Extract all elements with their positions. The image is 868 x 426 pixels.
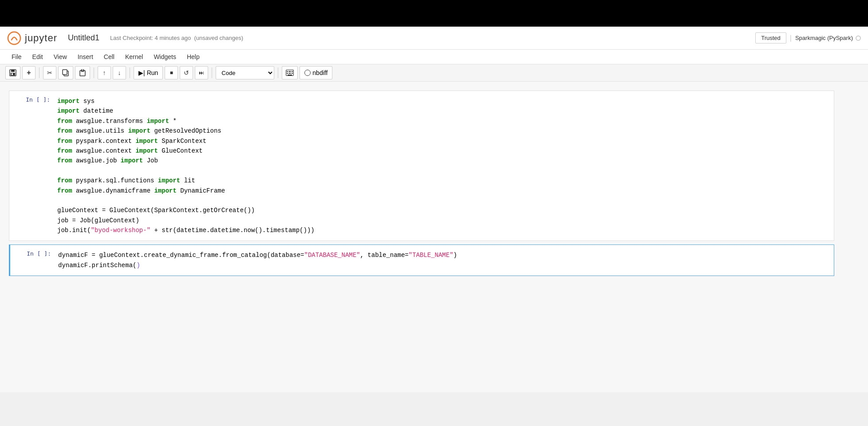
- nbdiff-button[interactable]: nbdiff: [300, 66, 332, 79]
- svg-rect-13: [292, 71, 293, 72]
- copy-icon: [62, 69, 69, 76]
- separator-2: [94, 67, 94, 78]
- menu-help[interactable]: Help: [182, 51, 204, 62]
- move-down-button[interactable]: ↓: [113, 66, 126, 79]
- menu-edit[interactable]: Edit: [28, 51, 47, 62]
- menu-widgets[interactable]: Widgets: [149, 51, 181, 62]
- checkpoint-info: Last Checkpoint: 4 minutes ago (unsaved …: [110, 35, 243, 41]
- nbdiff-label: nbdiff: [312, 69, 327, 76]
- cell-2-content[interactable]: dynamicF = glueContext.create_dynamic_fr…: [55, 245, 834, 276]
- paste-icon: [79, 69, 86, 76]
- notebook-title[interactable]: Untitled1: [68, 33, 99, 43]
- keyboard-icon: [286, 70, 294, 76]
- cell-2-line-1: dynamicF = glueContext.create_dynamic_fr…: [58, 250, 830, 260]
- menu-cell[interactable]: Cell: [99, 51, 119, 62]
- cell-1-content[interactable]: import sys import datetime from awsglue.…: [54, 91, 834, 241]
- nbdiff-circle-icon: [304, 70, 311, 76]
- separator-1: [39, 67, 39, 78]
- cell-type-selector[interactable]: Code Markdown Raw NBConvert Heading: [216, 66, 274, 79]
- svg-rect-14: [287, 73, 288, 74]
- kernel-status-indicator: [856, 36, 861, 41]
- separator-4: [212, 67, 212, 78]
- cell-1-line-4: from awsglue.utils import getResolvedOpt…: [57, 126, 830, 136]
- cell-1-line-10: from awsglue.dynamicframe import Dynamic…: [57, 186, 830, 196]
- cell-1-line-7: from awsglue.job import Job: [57, 156, 830, 166]
- menu-file[interactable]: File: [7, 51, 26, 62]
- top-black-bar: [0, 0, 868, 27]
- header-right: Trusted | Sparkmagic (PySpark): [755, 32, 861, 43]
- save-icon: [9, 69, 16, 76]
- svg-rect-9: [82, 69, 83, 71]
- svg-rect-17: [288, 75, 292, 75]
- cell-1-line-12: glueContext = GlueContext(SparkContext.g…: [57, 205, 830, 215]
- cell-1-prompt: In [ ]:: [9, 91, 54, 108]
- paste-button[interactable]: [75, 66, 90, 79]
- cell-1-line-3: from awsglue.transforms import *: [57, 116, 830, 126]
- cell-1-line-9: from pyspark.sql.functions import lit: [57, 176, 830, 185]
- cell-1-line-2: import datetime: [57, 106, 830, 116]
- copy-button[interactable]: [58, 66, 73, 79]
- svg-rect-4: [12, 73, 13, 75]
- svg-rect-2: [11, 70, 15, 72]
- cut-button[interactable]: ✂: [43, 66, 56, 79]
- menu-view[interactable]: View: [49, 51, 71, 62]
- restart-button[interactable]: ↺: [180, 66, 193, 79]
- cell-1-line-6: from awsglue.context import GlueContext: [57, 146, 830, 156]
- fast-forward-button[interactable]: ⏭: [195, 66, 208, 79]
- run-label: Run: [147, 69, 158, 76]
- kernel-info: Sparkmagic (PySpark): [795, 35, 861, 41]
- cell-1-line-14: job.init("byod-workshop-" + str(datetime…: [57, 225, 830, 235]
- stop-icon: ■: [170, 70, 173, 76]
- add-cell-button[interactable]: +: [22, 66, 36, 79]
- trusted-button[interactable]: Trusted: [755, 32, 786, 43]
- run-button[interactable]: ▶| Run: [134, 66, 163, 79]
- svg-rect-15: [289, 73, 291, 74]
- separator-3: [130, 67, 130, 78]
- up-arrow-icon: ↑: [103, 69, 106, 76]
- cell-1-line-5: from pyspark.context import SparkContext: [57, 136, 830, 146]
- cell-1[interactable]: In [ ]: import sys import datetime from …: [9, 91, 834, 241]
- svg-rect-12: [289, 71, 291, 72]
- menu-insert[interactable]: Insert: [73, 51, 98, 62]
- svg-rect-16: [292, 73, 293, 74]
- cell-2-prompt: In [ ]:: [10, 245, 55, 262]
- svg-rect-11: [287, 71, 288, 72]
- svg-point-0: [8, 32, 20, 44]
- cell-1-line-13: job = Job(glueContext): [57, 216, 830, 225]
- cut-icon: ✂: [47, 69, 52, 76]
- down-arrow-icon: ↓: [118, 69, 121, 76]
- menu-kernel[interactable]: Kernel: [121, 51, 147, 62]
- cell-1-line-1: import sys: [57, 96, 830, 106]
- jupyter-logo: jupyter: [7, 31, 57, 45]
- cell-1-line-8: [57, 166, 830, 176]
- plus-icon: +: [27, 69, 31, 77]
- move-up-button[interactable]: ↑: [98, 66, 111, 79]
- run-play-icon: ▶|: [138, 69, 145, 76]
- menu-bar: File Edit View Insert Cell Kernel Widget…: [0, 50, 868, 64]
- cell-2-line-2: dynamicF.printSchema(): [58, 260, 830, 270]
- restart-icon: ↺: [184, 69, 189, 76]
- toolbar: + ✂ ↑ ↓ ▶| Run ■ ↺ ⏭ Code Markdow: [0, 64, 868, 82]
- jupyter-logo-icon: [7, 31, 21, 45]
- fast-forward-icon: ⏭: [199, 70, 204, 76]
- keyboard-shortcuts-button[interactable]: [282, 66, 298, 79]
- cell-1-line-11: [57, 196, 830, 205]
- save-button[interactable]: [5, 66, 20, 79]
- svg-rect-6: [63, 70, 67, 75]
- notebook-area: In [ ]: import sys import datetime from …: [0, 82, 868, 392]
- cell-2[interactable]: In [ ]: dynamicF = glueContext.create_dy…: [9, 245, 834, 276]
- separator-5: [278, 67, 278, 78]
- jupyter-header: jupyter Untitled1 Last Checkpoint: 4 min…: [0, 27, 868, 50]
- stop-button[interactable]: ■: [165, 66, 178, 79]
- jupyter-logo-text: jupyter: [25, 32, 57, 44]
